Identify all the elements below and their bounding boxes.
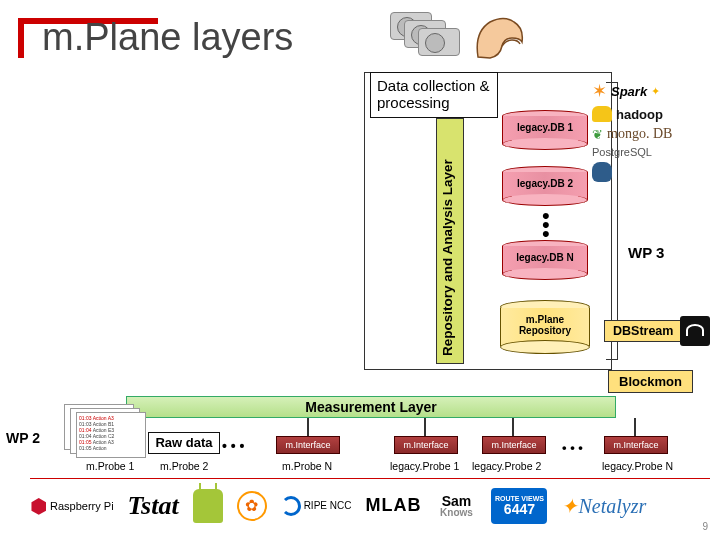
tstat-logo: Tstat: [128, 491, 179, 521]
dbstream-icon: [680, 316, 710, 346]
mongodb-logo: ❦mongo. DB: [592, 126, 714, 142]
tech-logos-column: ✶Spark✦ hadoop ❦mongo. DB PostgreSQL: [592, 80, 714, 186]
ellipsis-icon: • • •: [222, 438, 244, 454]
blockmon-tag: Blockmon: [608, 370, 693, 393]
legacy-probe-1-label: legacy.Probe 1: [390, 460, 459, 472]
vertical-ellipsis-icon: •••: [542, 212, 552, 238]
raspberrypi-logo: ⬢Raspberry Pi: [30, 494, 114, 518]
page-number: 9: [702, 521, 708, 532]
minterface-3: m.Interface: [482, 436, 546, 454]
mprobe-1-label: m.Probe 1: [86, 460, 134, 472]
repository-analysis-layer-label: Repository and Analysis Layer: [440, 159, 455, 356]
connector: [307, 418, 309, 436]
ripe-ncc-logo: RIPE NCC: [281, 496, 352, 516]
mlab-logo: MLAB: [365, 495, 421, 516]
netalyzr-logo: ✦Netalyzr: [561, 494, 646, 518]
connector: [634, 418, 636, 436]
connector: [512, 418, 514, 436]
wp3-label: WP 3: [628, 244, 664, 261]
legacy-db-n: legacy.DB N: [502, 240, 588, 280]
misc-logo-icon: ✿: [237, 491, 267, 521]
mplane-repository: m.Plane Repository: [500, 300, 590, 354]
legacy-db-1: legacy.DB 1: [502, 110, 588, 150]
legacy-probe-2-label: legacy.Probe 2: [472, 460, 541, 472]
ellipsis-icon: • • •: [562, 440, 583, 455]
samknows-logo: SamKnows: [435, 494, 477, 518]
legacy-probe-n-label: legacy.Probe N: [602, 460, 673, 472]
server-disks-icon: [390, 12, 470, 62]
legacy-db-2: legacy.DB 2: [502, 166, 588, 206]
minterface-1: m.Interface: [276, 436, 340, 454]
mprobe-2-label: m.Probe 2: [160, 460, 208, 472]
postgresql-logo: PostgreSQL: [592, 146, 714, 158]
android-logo-icon: [193, 489, 223, 523]
minterface-n: m.Interface: [604, 436, 668, 454]
muscle-arm-icon: [470, 12, 530, 67]
spark-logo: ✶Spark✦: [592, 80, 714, 102]
terminal-log-stack-1: 01:03 Action A3 01:03 Action B1 01:04 Ac…: [64, 404, 146, 454]
dbstream-tag: DBStream: [604, 320, 682, 342]
hadoop-logo: hadoop: [592, 106, 714, 122]
postgresql-icon: [592, 162, 714, 182]
raw-data-box: Raw data: [148, 432, 220, 454]
connector: [424, 418, 426, 436]
minterface-2: m.Interface: [394, 436, 458, 454]
routeviews-logo: ROUTE VIEWS 6447: [491, 488, 547, 524]
measurement-layer-bar: Measurement Layer: [126, 396, 616, 418]
mprobe-n-label: m.Probe N: [282, 460, 332, 472]
data-collection-box: Data collection & processing: [370, 72, 498, 118]
wp2-label: WP 2: [6, 430, 40, 446]
page-title: m.Plane layers: [42, 16, 293, 59]
bottom-logos-row: ⬢Raspberry Pi Tstat ✿ RIPE NCC MLAB SamK…: [30, 478, 710, 528]
